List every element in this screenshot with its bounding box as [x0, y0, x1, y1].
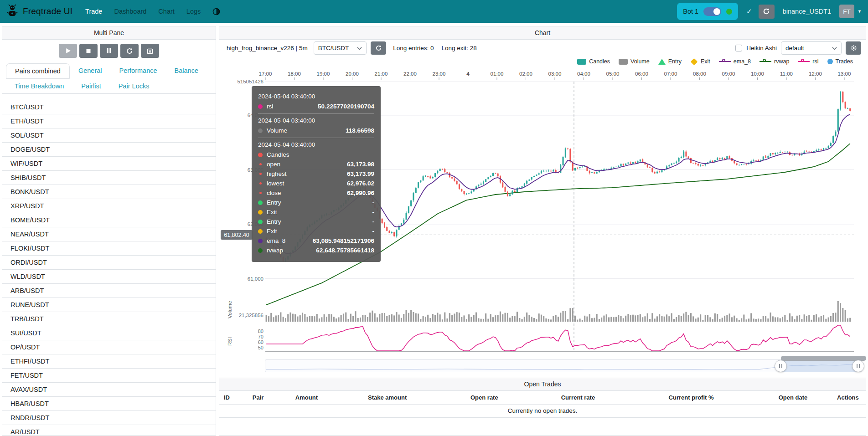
tab-pairs-combined[interactable]: Pairs combined — [6, 63, 70, 79]
tooltip-row-open: open63,173.98 — [258, 159, 374, 169]
pair-list-item[interactable]: XRP/USDT — [2, 199, 216, 213]
tab-performance[interactable]: Performance — [111, 63, 166, 79]
legend-label: Trades — [836, 58, 853, 65]
series-color-dot — [259, 173, 262, 175]
legend-label: Exit — [701, 58, 710, 65]
series-color-dot — [258, 229, 263, 234]
datazoom-right-handle[interactable] — [852, 360, 864, 372]
current-price-badge: 61,802.40 — [221, 230, 253, 240]
plot-config-select[interactable]: default — [781, 41, 842, 55]
pair-list-item[interactable]: WLD/USDT — [2, 270, 216, 284]
pair-list-item[interactable]: FET/USDT — [2, 369, 216, 383]
series-color-dot — [258, 248, 263, 253]
column-header-actions: Actions — [830, 394, 866, 401]
chart-toolbar: high_frog_binance_v226 | 5m BTC/USDT Lon… — [219, 40, 866, 56]
tooltip-row-highest: highest63,173.99 — [258, 169, 374, 179]
pair-list-item[interactable]: SUI/USDT — [2, 326, 216, 340]
nav-link-trade[interactable]: Trade — [85, 8, 102, 15]
bot-selector[interactable]: Bot 1 — [677, 3, 738, 20]
legend-item-rvwap[interactable]: rvwap — [760, 58, 789, 65]
tab-balance[interactable]: Balance — [166, 63, 207, 79]
tooltip-timestamp: 2024-05-04 03:40:00 — [258, 93, 374, 100]
nav-link-chart[interactable]: Chart — [158, 8, 174, 15]
column-header-current-rate: Current rate — [530, 394, 627, 401]
svg-text:21:00: 21:00 — [375, 71, 388, 77]
brand[interactable]: Freqtrade UI — [6, 4, 72, 19]
legend-item-ema_8[interactable]: ema_8 — [719, 58, 751, 65]
chevron-down-icon[interactable]: ▼ — [858, 9, 862, 14]
tooltip-row-candles: Candles — [258, 150, 374, 159]
series-color-dot — [258, 200, 263, 205]
pair-list-item[interactable]: RNDR/USDT — [2, 411, 216, 425]
open-trades-title: Open Trades — [219, 378, 866, 391]
refresh-chart-button[interactable] — [371, 41, 386, 55]
tab-general[interactable]: General — [70, 63, 111, 79]
pair-list-item[interactable]: SOL/USDT — [2, 128, 216, 143]
tab-time-breakdown[interactable]: Time Breakdown — [6, 79, 72, 93]
legend-item-candles[interactable]: Candles — [577, 58, 610, 65]
tab-pairlist[interactable]: Pairlist — [72, 79, 110, 93]
svg-text:4: 4 — [466, 71, 470, 77]
legend-item-exit[interactable]: Exit — [690, 58, 710, 65]
pair-list-item[interactable]: FLOKI/USDT — [2, 241, 216, 256]
bot-control-buttons — [2, 44, 216, 58]
column-header-amount: Amount — [278, 394, 336, 401]
reload-config-button[interactable] — [120, 44, 139, 58]
tooltip-section: 2024-05-04 03:40:00Candlesopen63,173.98h… — [258, 138, 374, 257]
svg-text:06:00: 06:00 — [635, 71, 648, 77]
legend-item-volume[interactable]: Volume — [619, 58, 650, 65]
pair-list-item[interactable]: NEAR/USDT — [2, 227, 216, 241]
pair-list-item[interactable]: BOME/USDT — [2, 213, 216, 227]
svg-text:61,000: 61,000 — [248, 276, 264, 282]
pair-list-item[interactable]: AR/USDT — [2, 425, 216, 436]
open-trades-column-headers: IDPairAmountStake amountOpen rateCurrent… — [219, 391, 866, 405]
pair-list-item[interactable]: ARB/USDT — [2, 284, 216, 298]
pause-bot-button[interactable] — [100, 44, 118, 58]
datazoom-slider[interactable] — [265, 359, 862, 372]
user-avatar[interactable]: FT — [839, 5, 854, 18]
pair-list-item[interactable]: RUNE/USDT — [2, 298, 216, 312]
series-color-dot — [258, 104, 263, 109]
start-bot-button[interactable] — [59, 44, 77, 58]
pair-select[interactable]: BTC/USDT — [314, 41, 367, 55]
svg-text:80: 80 — [258, 328, 264, 334]
theme-toggle-icon[interactable] — [212, 8, 220, 15]
series-color-dot — [259, 192, 262, 194]
svg-text:10:00: 10:00 — [751, 71, 764, 77]
legend-item-entry[interactable]: Entry — [658, 58, 682, 65]
pair-list-item[interactable]: HBAR/USDT — [2, 397, 216, 411]
brand-title: Freqtrade UI — [23, 6, 72, 16]
bot-running-toggle[interactable] — [703, 7, 721, 16]
heikin-ashi-checkbox[interactable] — [735, 45, 742, 51]
legend-item-rsi[interactable]: rsi — [798, 58, 818, 65]
nav-link-dashboard[interactable]: Dashboard — [114, 8, 146, 15]
chart-legend: CandlesVolumeEntryExitema_8rvwaprsiTrade… — [219, 56, 866, 67]
datazoom-selected-window[interactable] — [781, 360, 858, 372]
pair-list-item[interactable]: DOGE/USDT — [2, 143, 216, 157]
pair-list-item[interactable]: ETH/USDT — [2, 114, 216, 128]
column-header-stake-amount: Stake amount — [336, 394, 439, 401]
candlestick-chart[interactable]: 51505142664,00063,00062,00061,00017:0018… — [219, 67, 866, 356]
svg-text:07:00: 07:00 — [664, 71, 677, 77]
series-color-dot — [258, 153, 263, 157]
refresh-all-button[interactable] — [759, 5, 775, 19]
pair-list-item[interactable]: BONK/USDT — [2, 185, 216, 199]
pair-list-item[interactable]: WIF/USDT — [2, 157, 216, 171]
cancel-open-orders-button[interactable] — [141, 44, 159, 58]
pair-list-item[interactable]: AVAX/USDT — [2, 383, 216, 397]
pair-list-item[interactable]: ETHFI/USDT — [2, 354, 216, 369]
long-exit-count: Long exit: 28 — [441, 45, 476, 51]
pair-list-item[interactable]: SHIB/USDT — [2, 171, 216, 185]
plot-settings-gear-button[interactable] — [846, 41, 861, 55]
tab-pair-locks[interactable]: Pair Locks — [110, 79, 158, 93]
stop-bot-button[interactable] — [79, 44, 98, 58]
pair-list-item[interactable]: OP/USDT — [2, 340, 216, 354]
legend-item-trades[interactable]: Trades — [827, 58, 853, 65]
nav-link-logs[interactable]: Logs — [186, 8, 201, 15]
entry-legend-swatch — [658, 59, 666, 65]
bot-online-dot — [726, 9, 732, 15]
datazoom-scroll-pill[interactable] — [781, 356, 866, 361]
pair-list-item[interactable]: BTC/USDT — [2, 100, 216, 114]
pair-list-item[interactable]: TRB/USDT — [2, 312, 216, 326]
pair-list-item[interactable]: ORDI/USDT — [2, 256, 216, 270]
